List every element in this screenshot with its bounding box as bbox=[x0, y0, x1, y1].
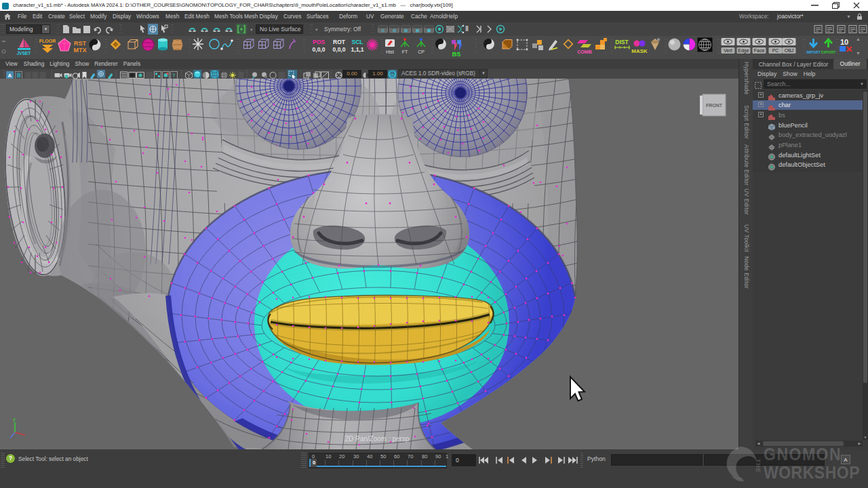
svg-text:BS: BS bbox=[452, 51, 461, 58]
svg-text:PC: PC bbox=[772, 48, 779, 53]
svg-text:T: T bbox=[172, 73, 176, 79]
svg-text:MTX: MTX bbox=[74, 47, 87, 54]
svg-text:JVSET: JVSET bbox=[17, 51, 31, 56]
svg-text:y: y bbox=[13, 416, 16, 422]
svg-text:0,0,0: 0,0,0 bbox=[313, 46, 326, 53]
svg-text:DIST: DIST bbox=[615, 39, 629, 45]
svg-text:OBJ: OBJ bbox=[785, 48, 794, 53]
svg-text:FT: FT bbox=[402, 49, 408, 54]
svg-text:SCL: SCL bbox=[352, 39, 363, 45]
svg-text:Face: Face bbox=[754, 48, 765, 53]
svg-text:COMB: COMB bbox=[577, 49, 591, 54]
svg-text:0,0,0: 0,0,0 bbox=[333, 46, 346, 53]
svg-text:CP: CP bbox=[418, 49, 425, 54]
svg-text:Edge: Edge bbox=[738, 48, 749, 54]
svg-text:POS: POS bbox=[313, 39, 325, 45]
svg-text:ROT: ROT bbox=[333, 39, 346, 45]
svg-text:RST: RST bbox=[74, 40, 87, 47]
svg-text:FLOOR: FLOOR bbox=[39, 39, 56, 43]
svg-text:Hist: Hist bbox=[386, 49, 394, 54]
svg-text:IMPORT: IMPORT bbox=[806, 50, 821, 54]
svg-text:FRONT: FRONT bbox=[706, 103, 723, 108]
svg-text:10: 10 bbox=[840, 38, 848, 46]
svg-text:Vert: Vert bbox=[724, 48, 732, 53]
svg-text:MASK: MASK bbox=[631, 48, 648, 54]
svg-text:2D Pan/Zoom : persp: 2D Pan/Zoom : persp bbox=[344, 435, 409, 443]
svg-text:cm: cm bbox=[390, 73, 395, 77]
svg-text:1,1,1: 1,1,1 bbox=[351, 46, 364, 53]
svg-text:A: A bbox=[8, 73, 12, 79]
svg-text:EXPORT: EXPORT bbox=[821, 50, 835, 54]
